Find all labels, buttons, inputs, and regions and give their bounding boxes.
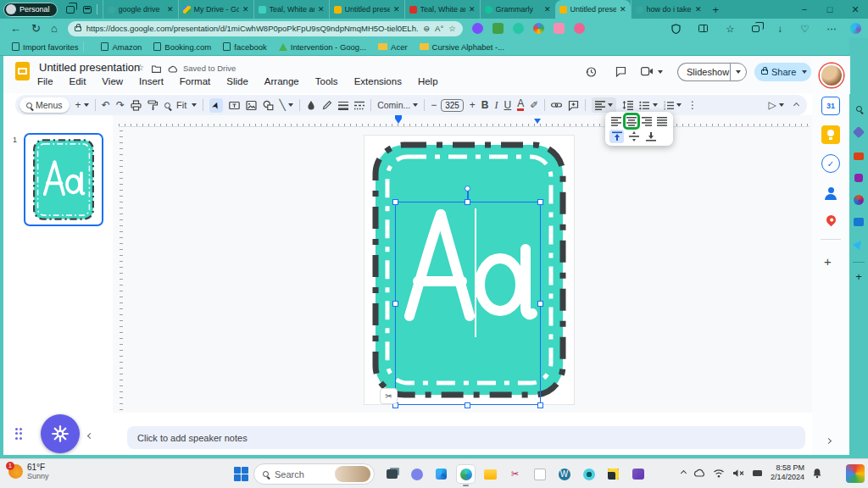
calendar-icon[interactable]: 31 [821,97,840,115]
border-color-tool[interactable] [322,100,332,110]
back-icon[interactable]: ← [10,22,21,35]
select-tool[interactable]: ➤ [209,98,222,113]
menu-file[interactable]: File [37,76,53,86]
align-button[interactable] [592,97,616,113]
window-minimize-button[interactable]: − [792,0,817,19]
font-size-input[interactable]: 325 [441,99,464,112]
italic-button[interactable]: I [495,99,498,112]
wallet-app-icon[interactable] [629,465,647,483]
tab-actions-icon[interactable] [83,6,92,14]
border-weight-tool[interactable] [338,101,348,110]
search-menus-button[interactable]: Menus [19,97,70,113]
align-justify-option[interactable] [656,114,669,128]
align-right-option[interactable] [641,114,654,128]
drag-handle-icon[interactable] [15,428,23,440]
valign-bottom-option[interactable] [643,130,658,143]
paint-format-icon[interactable] [147,100,159,111]
menu-help[interactable]: Help [418,76,438,86]
volume-muted-icon[interactable] [732,469,744,478]
move-folder-icon[interactable] [152,65,161,73]
tab-untitled-active[interactable]: Untitled prese...✕ [555,0,631,19]
insert-link-icon[interactable] [551,100,562,110]
highlight-color-button[interactable]: ✐ [530,99,538,111]
underline-button[interactable]: U [504,99,512,111]
close-tab-icon[interactable]: ✕ [242,5,249,14]
valign-middle-option[interactable] [626,130,641,143]
extension-icon[interactable] [554,23,565,34]
window-maximize-button[interactable]: □ [817,0,843,19]
border-dash-tool[interactable] [354,101,364,110]
image-tool[interactable] [246,100,257,111]
onedrive-icon[interactable] [693,469,705,477]
line-spacing-icon[interactable] [622,100,633,110]
add-addon-icon[interactable]: + [824,254,832,269]
resize-handle-ne[interactable] [537,199,543,205]
resize-handle-s[interactable] [465,402,470,408]
shape-tool[interactable] [263,100,274,111]
extension-icon[interactable] [492,23,504,34]
maps-icon[interactable] [821,210,840,229]
numbered-list-icon[interactable]: 123 [664,99,682,111]
contacts-icon[interactable] [821,183,840,202]
menu-tools[interactable]: Tools [315,76,338,86]
notes-app-icon[interactable] [604,465,622,483]
new-tab-button[interactable]: + [713,3,720,16]
close-tab-icon[interactable]: ✕ [469,5,476,14]
resize-handle-w[interactable] [392,301,398,307]
clock[interactable]: 8:58 PM 2/14/2024 [771,463,804,483]
version-history-icon[interactable] [585,66,597,78]
slideshow-button[interactable]: Slideshow [677,63,737,81]
resize-handle-nw[interactable] [392,199,398,205]
tray-expand-icon[interactable] [681,470,687,476]
close-tab-icon[interactable]: ✕ [167,5,174,14]
bullet-list-icon[interactable] [639,99,657,111]
tasks-icon[interactable]: ✓ [821,154,840,173]
cloud-status-icon[interactable] [168,65,178,73]
bookmark-import-favorites[interactable]: Import favorites [12,42,78,52]
textbox-selection[interactable] [395,202,541,405]
tab-grammarly[interactable]: Grammarly✕ [480,0,555,19]
close-tab-icon[interactable]: ✕ [695,5,702,14]
bookmark-amazon[interactable]: Amazon [101,42,142,52]
slide-thumbnail[interactable] [24,133,103,226]
shield-icon[interactable] [671,24,681,34]
collapse-panel-icon[interactable] [826,438,832,444]
address-bar[interactable]: https://docs.google.com/presentation/d/1… [68,21,463,36]
document-title[interactable]: Untitled presentation [39,61,140,74]
menu-insert[interactable]: Insert [139,76,164,86]
bookmark-acer[interactable]: Acer [378,42,408,52]
account-avatar[interactable] [820,64,843,87]
textbox-tool[interactable] [229,100,240,111]
camera-dropdown[interactable] [658,70,663,74]
sidebar-m365-icon[interactable] [853,194,865,206]
sidebar-outlook-icon[interactable] [853,216,865,228]
snipping-tool-icon[interactable]: ✂ [506,465,524,483]
valign-top-option[interactable] [609,130,624,143]
text-color-button[interactable]: A [517,99,524,111]
collections-icon[interactable] [752,25,760,32]
resize-handle-n[interactable] [465,199,470,205]
extension-badge-icon[interactable] [574,23,585,34]
redo-icon[interactable]: ↷ [116,99,125,111]
autofit-button[interactable]: ✂ [380,388,398,404]
tab-how-do-i[interactable]: how do i take...✕ [631,0,706,19]
favorite-star-icon[interactable]: ☆ [448,24,456,33]
menu-format[interactable]: Format [180,76,210,86]
home-icon[interactable]: ⌂ [51,22,58,35]
close-tab-icon[interactable]: ✕ [318,5,325,14]
add-comment-icon[interactable] [568,100,579,111]
bookmark-facebook[interactable]: facebook [223,42,267,52]
print-icon[interactable] [131,100,142,111]
zoom-icon[interactable] [164,103,170,108]
zoom-out-icon[interactable]: ⊖ [423,24,430,33]
browser-essentials-icon[interactable]: ♡ [800,23,809,35]
tab-google-drive[interactable]: google drive✕ [103,0,178,19]
more-options-icon[interactable]: ⋮ [687,99,698,111]
more-menu-icon[interactable]: ⋯ [827,23,837,35]
indent-marker[interactable] [395,119,402,124]
align-left-option[interactable] [609,114,622,128]
close-tab-icon[interactable]: ✕ [393,5,400,14]
edge-app-icon[interactable] [457,465,475,483]
undo-icon[interactable]: ↶ [102,99,110,111]
sidebar-msn-icon[interactable] [853,238,865,250]
